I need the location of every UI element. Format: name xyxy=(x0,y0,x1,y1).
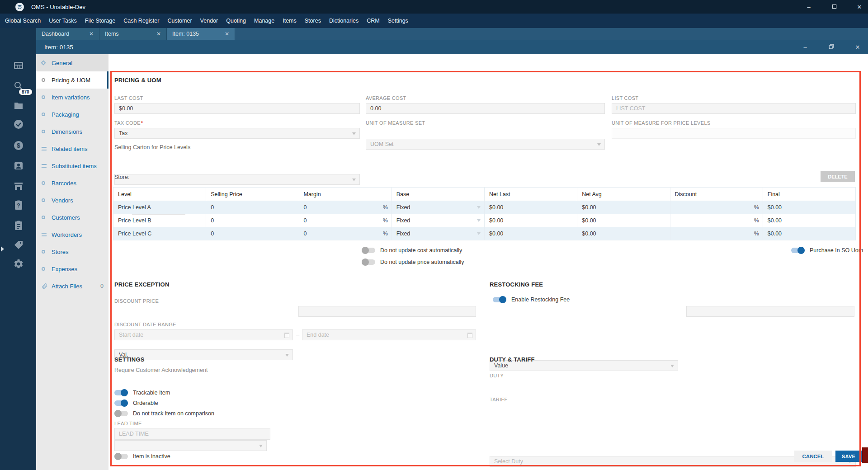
menu-global-search[interactable]: Global Search xyxy=(1,14,45,28)
selling-price-cell[interactable]: 0 xyxy=(206,227,299,240)
sidebar-item-attach-files[interactable]: Attach Files 0 xyxy=(36,277,108,295)
sidebar-item-dimensions[interactable]: Dimensions xyxy=(36,123,108,140)
gear-icon[interactable] xyxy=(13,258,24,270)
clipboard-question-icon[interactable]: ? xyxy=(13,199,24,211)
close-icon[interactable]: ✕ xyxy=(143,31,161,37)
base-dropdown-cell[interactable]: Fixed xyxy=(392,201,484,214)
restocking-fee-value-input[interactable] xyxy=(686,306,854,317)
menu-user-tasks[interactable]: User Tasks xyxy=(45,14,81,28)
attach-files-count: 0 xyxy=(100,283,104,289)
toggle-off[interactable] xyxy=(362,259,375,265)
chevron-down-icon xyxy=(597,143,601,146)
money-icon[interactable]: $ xyxy=(13,140,24,151)
toggle-on[interactable] xyxy=(114,400,128,406)
margin-cell[interactable]: 0% xyxy=(299,201,392,214)
close-icon[interactable]: ✕ xyxy=(75,31,94,37)
menu-items[interactable]: Items xyxy=(278,14,301,28)
sidebar-item-stores[interactable]: Stores xyxy=(36,243,108,260)
discount-cell[interactable]: % xyxy=(670,227,763,240)
calendar-icon[interactable] xyxy=(467,333,472,338)
calendar-icon[interactable] xyxy=(284,333,289,338)
selling-price-cell[interactable]: 0 xyxy=(206,201,299,214)
restore-icon[interactable] xyxy=(826,44,836,51)
menu-settings[interactable]: Settings xyxy=(384,14,412,28)
maximize-icon[interactable] xyxy=(829,4,839,10)
menu-dictionaries[interactable]: Dictionaries xyxy=(325,14,363,28)
start-date-input[interactable]: Start date xyxy=(114,329,293,340)
close-icon[interactable]: ✕ xyxy=(211,31,229,37)
toggle-off[interactable] xyxy=(114,454,128,459)
sidebar-item-workorders[interactable]: Workorders xyxy=(36,226,108,243)
sidebar-item-general[interactable]: General xyxy=(36,54,108,71)
lead-time-input[interactable]: LEAD TIME xyxy=(114,428,270,440)
selling-carton-dropdown[interactable] xyxy=(114,174,360,185)
toggle-on[interactable] xyxy=(791,248,805,253)
base-dropdown-cell[interactable]: Fixed xyxy=(392,227,484,240)
save-button[interactable]: SAVE xyxy=(835,451,862,462)
menu-manage[interactable]: Manage xyxy=(250,14,278,28)
selling-price-cell[interactable]: 0 xyxy=(206,214,299,227)
store-icon[interactable] xyxy=(13,180,24,192)
price-levels-table: Level Selling Price Margin Base Net Last… xyxy=(113,187,856,240)
net-last-cell: $0.00 xyxy=(485,201,577,214)
sidebar-item-customers[interactable]: Customers xyxy=(36,209,108,226)
equals-icon xyxy=(42,164,52,168)
menu-crm[interactable]: CRM xyxy=(363,14,383,28)
final-cell: $0.00 xyxy=(763,227,855,240)
sidebar-item-item-variations[interactable]: Item variations xyxy=(36,89,108,106)
sidebar-item-substituted-items[interactable]: Substituted items xyxy=(36,157,108,174)
tab-strip: Dashboard ✕ Items ✕ Item: 0135 ✕ xyxy=(36,28,868,40)
delete-button[interactable]: DELETE xyxy=(821,171,855,182)
menu-vendor[interactable]: Vendor xyxy=(196,14,222,28)
svg-text:$: $ xyxy=(17,142,20,149)
margin-cell[interactable]: 0% xyxy=(299,214,392,227)
menu-customer[interactable]: Customer xyxy=(163,14,196,28)
menu-quoting[interactable]: Quoting xyxy=(222,14,250,28)
menu-cash-register[interactable]: Cash Register xyxy=(119,14,163,28)
sidebar-item-pricing-uom[interactable]: Pricing & UOM xyxy=(36,71,108,89)
average-cost-input[interactable]: 0.00 xyxy=(366,103,605,114)
menu-file-storage[interactable]: File Storage xyxy=(81,14,119,28)
sidebar-expand-arrow-icon[interactable] xyxy=(1,246,4,252)
sidebar-item-related-items[interactable]: Related items xyxy=(36,140,108,157)
close-icon[interactable]: ✕ xyxy=(854,4,864,10)
net-last-cell: $0.00 xyxy=(485,227,577,240)
menu-stores[interactable]: Stores xyxy=(301,14,325,28)
tag-icon[interactable] xyxy=(13,239,24,251)
end-date-input[interactable]: End date xyxy=(302,329,476,340)
sidebar-item-barcodes[interactable]: Barcodes xyxy=(36,174,108,192)
chevron-down-icon xyxy=(352,179,356,181)
tasks-check-icon[interactable] xyxy=(13,118,24,130)
equals-icon xyxy=(42,147,52,151)
folder-icon[interactable] xyxy=(13,100,24,112)
toggle-on[interactable] xyxy=(114,390,128,395)
dashboard-icon[interactable] xyxy=(13,60,24,71)
discount-cell[interactable]: % xyxy=(670,201,763,214)
tab-items[interactable]: Items ✕ xyxy=(99,28,167,40)
minimize-icon[interactable]: – xyxy=(800,44,810,51)
clipboard-list-icon[interactable] xyxy=(13,220,24,231)
discount-cell[interactable]: % xyxy=(670,214,763,227)
tab-item-0135[interactable]: Item: 0135 ✕ xyxy=(167,28,235,40)
sidebar-item-vendors[interactable]: Vendors xyxy=(36,192,108,209)
uom-price-levels-input[interactable] xyxy=(612,128,856,139)
base-dropdown-cell[interactable]: Fixed xyxy=(392,214,484,227)
table-row: Price Level A 0 0% Fixed $0.00 $0.00 % $… xyxy=(113,201,856,214)
tab-dashboard[interactable]: Dashboard ✕ xyxy=(36,28,99,40)
require-ack-dropdown[interactable] xyxy=(114,440,267,451)
tax-code-dropdown[interactable]: Tax xyxy=(114,128,360,139)
cancel-button[interactable]: CANCEL xyxy=(794,451,832,462)
contact-icon[interactable] xyxy=(13,160,24,172)
discount-price-value-input[interactable] xyxy=(298,306,476,317)
list-cost-input[interactable]: LIST COST xyxy=(612,103,856,114)
last-cost-input[interactable]: $0.00 xyxy=(114,103,360,114)
sidebar-item-expenses[interactable]: Expenses xyxy=(36,260,108,277)
toggle-off[interactable] xyxy=(114,411,128,416)
close-icon[interactable]: ✕ xyxy=(853,44,863,51)
sidebar-item-packaging[interactable]: Packaging xyxy=(36,106,108,123)
minimize-icon[interactable]: – xyxy=(804,4,814,10)
toggle-off[interactable] xyxy=(362,248,375,253)
margin-cell[interactable]: 0% xyxy=(299,227,392,240)
uom-set-dropdown[interactable]: UOM Set xyxy=(366,139,605,150)
toggle-on[interactable] xyxy=(493,297,506,302)
